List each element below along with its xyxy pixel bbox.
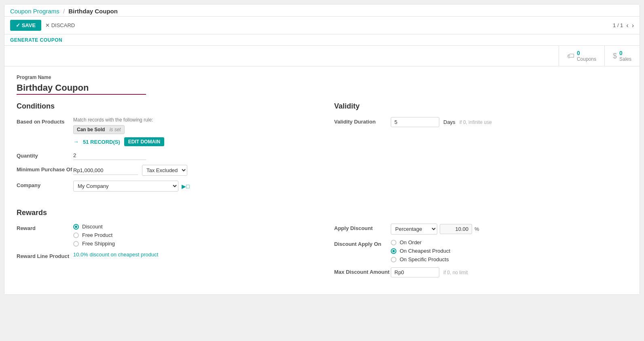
generate-coupon-bar: GENERATE COUPON [4,34,640,46]
coupons-label: Coupons [577,56,596,62]
domain-tag[interactable]: Can be Sold is set [73,125,125,134]
apply-discount-inputs: Percentage Fixed Amount % [391,224,627,234]
action-bar-left: SAVE DISCARD [10,20,75,31]
based-on-products-label: Based on Products [17,117,73,125]
edit-domain-button[interactable]: EDIT DOMAIN [124,137,164,146]
pagination-nav: 1 / 1 ‹ › [613,22,634,29]
discard-button[interactable]: DISCARD [45,22,75,28]
apply-discount-type-select[interactable]: Percentage Fixed Amount [391,224,437,234]
max-discount-inputs: if 0, no limit [391,267,627,277]
domain-match-text: Match records with the following rule: [73,117,310,123]
discount-on-cheapest[interactable]: On Cheapest Product [391,248,627,254]
apply-discount-row: Apply Discount Percentage Fixed Amount % [334,224,627,234]
program-name-input[interactable] [17,82,146,95]
outer-container: Coupon Programs / Birthday Coupon SAVE D… [0,0,644,341]
reward-option-free-product[interactable]: Free Product [73,232,310,238]
validity-duration-input[interactable] [391,117,439,127]
reward-option-discount[interactable]: Discount [73,224,310,230]
domain-tag-val: is set [110,127,121,132]
min-purchase-inputs: Tax Excluded Tax Included [73,165,310,176]
conditions-title: Conditions [17,102,310,111]
based-on-products-value: Match records with the following rule: C… [73,117,310,146]
next-button[interactable]: › [632,22,634,29]
conditions-validity-layout: Conditions Based on Products Match recor… [17,102,627,196]
validity-inputs: Days if 0, infinite use [391,117,627,127]
tax-select[interactable]: Tax Excluded Tax Included [142,165,187,176]
discount-label-on-order: On Order [400,239,422,245]
discount-on-specific[interactable]: On Specific Products [391,256,627,262]
based-on-products-row: Based on Products Match records with the… [17,117,310,146]
reward-line-value-container: 10.0% discount on cheapest product [73,251,310,258]
discount-radio-cheapest[interactable] [391,248,396,254]
breadcrumb-parent[interactable]: Coupon Programs [10,8,59,15]
stat-sales-content: 0 Sales [619,50,631,62]
reward-label-free-shipping: Free Shipping [82,241,115,247]
discount-radio-specific[interactable] [391,257,396,262]
reward-radio-free-shipping[interactable] [73,241,79,247]
max-discount-value-container: if 0, no limit [391,267,627,277]
conditions-section: Conditions Based on Products Match recor… [17,102,310,196]
reward-line-row: Reward Line Product 10.0% discount on ch… [17,251,310,259]
validity-section: Validity Validity Duration Days if 0, in… [334,102,627,196]
quantity-input[interactable] [73,151,146,160]
reward-line-link[interactable]: 10.0% discount on cheapest product [73,251,158,258]
min-purchase-row: Minimum Purchase Of Tax Excluded Tax Inc… [17,165,310,176]
action-bar: SAVE DISCARD 1 / 1 ‹ › [4,17,640,34]
stat-coupons-content: 0 Coupons [577,50,596,62]
reward-label: Reward [17,224,73,231]
main-card: Coupon Programs / Birthday Coupon SAVE D… [4,4,640,295]
validity-title: Validity [334,102,627,111]
records-row: → 51 RECORD(S) EDIT DOMAIN [73,137,310,146]
reward-radio-free-product[interactable] [73,232,79,238]
max-discount-row: Max Discount Amount if 0, no limit [334,267,627,277]
reward-line-label: Reward Line Product [17,251,73,259]
discount-radio-on-order[interactable] [391,240,396,245]
discount-label-specific: On Specific Products [400,256,449,262]
coupons-count: 0 [577,50,596,56]
pagination-text: 1 / 1 [613,22,623,28]
reward-row: Reward Discount Free Product [17,224,310,247]
program-name-label: Program Name [17,75,627,80]
save-button[interactable]: SAVE [10,20,41,31]
apply-discount-value-container: Percentage Fixed Amount % [391,224,627,234]
breadcrumb: Coupon Programs / Birthday Coupon [10,8,118,15]
breadcrumb-current: Birthday Coupon [68,8,118,15]
stat-sales[interactable]: $ 0 Sales [604,46,640,66]
breadcrumb-separator: / [63,8,65,15]
reward-options-container: Discount Free Product Free Shipping [73,224,310,247]
generate-coupon-link[interactable]: GENERATE COUPON [10,37,62,43]
rewards-title: Rewards [17,209,627,217]
validity-duration-row: Validity Duration Days if 0, infinite us… [334,117,627,127]
discount-on-radio-group: On Order On Cheapest Product On Specific… [391,239,627,262]
discount-unit: % [475,226,479,232]
rewards-layout: Reward Discount Free Product [17,224,627,282]
records-arrow-icon: → [73,139,79,145]
discount-value-input[interactable] [440,224,472,234]
min-purchase-input[interactable] [73,166,138,175]
reward-radio-group: Discount Free Product Free Shipping [73,224,310,247]
records-count-link[interactable]: 51 RECORD(S) [83,139,120,145]
discount-on-order[interactable]: On Order [391,239,627,245]
validity-hint: if 0, infinite use [460,119,492,125]
sales-label: Sales [619,56,631,62]
reward-radio-discount[interactable] [73,224,79,230]
rewards-left: Reward Discount Free Product [17,224,310,282]
company-select[interactable]: My Company [73,181,178,192]
reward-option-free-shipping[interactable]: Free Shipping [73,241,310,247]
rewards-section: Rewards Reward Discount [17,209,627,282]
breadcrumb-bar: Coupon Programs / Birthday Coupon [4,4,640,17]
stat-coupons[interactable]: 🏷 0 Coupons [559,46,604,66]
discount-apply-on-options: On Order On Cheapest Product On Specific… [391,239,627,262]
min-purchase-value-container: Tax Excluded Tax Included [73,165,310,176]
company-external-link-icon[interactable]: ▶□ [182,183,189,190]
stats-row: 🏷 0 Coupons $ 0 Sales [4,46,640,66]
prev-button[interactable]: ‹ [626,22,628,29]
max-discount-input[interactable] [391,267,439,277]
company-row: Company My Company ▶□ [17,181,310,192]
discount-apply-on-label: Discount Apply On [334,239,391,247]
reward-label-discount: Discount [82,224,103,230]
validity-duration-value: Days if 0, infinite use [391,117,627,127]
quantity-value-container [73,151,310,160]
apply-discount-label: Apply Discount [334,224,391,231]
discount-label-cheapest: On Cheapest Product [400,248,450,254]
